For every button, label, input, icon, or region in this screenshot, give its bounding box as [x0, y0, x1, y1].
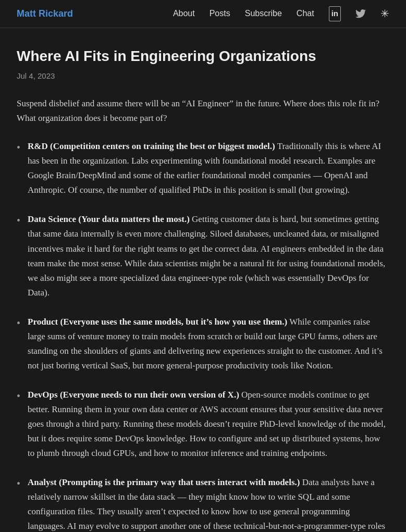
nav-item-twitter: [355, 9, 366, 18]
theme-toggle-icon[interactable]: ✳: [380, 5, 389, 22]
article-intro: Suspend disbelief and assume there will …: [17, 96, 389, 126]
navigation: Matt Rickard About Posts Subscribe Chat …: [0, 0, 406, 28]
list-item-bold: Product (Everyone uses the same models, …: [28, 317, 287, 327]
list-item: Product (Everyone uses the same models, …: [17, 315, 389, 373]
nav-item-linkedin: in: [329, 6, 341, 21]
nav-item-posts: Posts: [210, 6, 230, 21]
article-content: Where AI Fits in Engineering Organizatio…: [0, 28, 406, 532]
article-list: R&D (Competition centers on training the…: [17, 139, 389, 532]
list-item-body: Getting customer data is hard, but somet…: [28, 214, 385, 297]
brand-link[interactable]: Matt Rickard: [17, 6, 73, 22]
linkedin-icon[interactable]: in: [329, 6, 341, 21]
article-date: Jul 4, 2023: [17, 70, 389, 83]
list-item-bold: R&D (Competition centers on training the…: [28, 141, 275, 151]
about-link[interactable]: About: [173, 9, 195, 18]
posts-link[interactable]: Posts: [210, 9, 230, 18]
article-title: Where AI Fits in Engineering Organizatio…: [17, 47, 389, 66]
list-item-text: R&D (Competition centers on training the…: [28, 139, 389, 197]
list-item: DevOps (Everyone needs to run their own …: [17, 388, 389, 461]
nav-item-about: About: [173, 6, 195, 21]
list-item-bold: Data Science (Your data matters the most…: [28, 214, 190, 224]
list-item-bold: Analyst (Prompting is the primary way th…: [28, 477, 300, 487]
nav-item-theme: ✳: [380, 5, 389, 22]
list-item-text: Analyst (Prompting is the primary way th…: [28, 475, 389, 532]
subscribe-link[interactable]: Subscribe: [245, 9, 282, 18]
list-item-text: Product (Everyone uses the same models, …: [28, 315, 389, 373]
chat-link[interactable]: Chat: [297, 9, 314, 18]
nav-links: About Posts Subscribe Chat in ✳: [173, 5, 389, 22]
list-item: R&D (Competition centers on training the…: [17, 139, 389, 197]
twitter-icon[interactable]: [355, 9, 366, 18]
list-item: Data Science (Your data matters the most…: [17, 212, 389, 300]
list-item-text: Data Science (Your data matters the most…: [28, 212, 389, 300]
list-item: Analyst (Prompting is the primary way th…: [17, 475, 389, 532]
list-item-text: DevOps (Everyone needs to run their own …: [28, 388, 389, 461]
nav-item-chat: Chat: [297, 6, 314, 21]
list-item-bold: DevOps (Everyone needs to run their own …: [28, 390, 239, 400]
list-item-body: Open-source models continue to get bette…: [28, 390, 386, 458]
nav-item-subscribe: Subscribe: [245, 6, 282, 21]
